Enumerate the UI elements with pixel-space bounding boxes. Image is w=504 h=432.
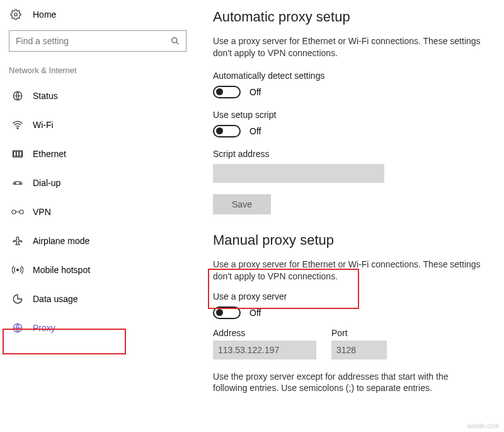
sidebar-item-label: Wi-Fi: [33, 120, 54, 130]
home-label: Home: [33, 9, 56, 20]
port-label: Port: [331, 328, 387, 338]
search-icon: [171, 37, 180, 45]
sidebar-item-label: Dial-up: [33, 178, 60, 188]
use-proxy-toggle[interactable]: [213, 306, 241, 319]
port-input[interactable]: [331, 341, 387, 359]
wifi-icon: [11, 119, 24, 131]
auto-heading: Automatic proxy setup: [213, 9, 498, 25]
manual-heading: Manual proxy setup: [213, 232, 498, 248]
manual-description: Use a proxy server for Ethernet or Wi-Fi…: [213, 259, 490, 283]
script-address-input[interactable]: [213, 164, 384, 183]
address-label: Address: [213, 328, 316, 338]
ethernet-icon: [11, 148, 24, 160]
sidebar-item-vpn[interactable]: VPN: [0, 197, 195, 226]
watermark: wsxdn.com: [467, 423, 499, 429]
detect-label: Automatically detect settings: [213, 71, 498, 81]
svg-rect-6: [14, 151, 16, 156]
proxy-icon: [11, 322, 24, 334]
svg-rect-8: [20, 151, 22, 156]
svg-point-12: [20, 210, 23, 214]
use-proxy-state: Off: [249, 308, 261, 318]
vpn-icon: [11, 206, 24, 218]
sidebar: Home Network & Internet Status Wi-Fi Eth…: [0, 0, 195, 432]
datausage-icon: [11, 293, 24, 305]
save-button[interactable]: Save: [213, 194, 271, 214]
use-proxy-label: Use a proxy server: [213, 291, 498, 301]
script-state: Off: [249, 126, 261, 136]
svg-point-1: [172, 38, 177, 43]
sidebar-item-datausage[interactable]: Data usage: [0, 284, 195, 313]
content-panel: Automatic proxy setup Use a proxy server…: [195, 0, 504, 432]
gear-icon: [10, 9, 21, 20]
sidebar-item-label: Status: [33, 91, 58, 101]
status-icon: [11, 90, 24, 102]
home-link[interactable]: Home: [0, 5, 195, 24]
airplane-icon: [11, 235, 24, 247]
auto-description: Use a proxy server for Ethernet or Wi-Fi…: [213, 35, 490, 59]
hotspot-icon: [11, 264, 24, 276]
sidebar-item-label: Proxy: [33, 323, 55, 333]
sidebar-item-wifi[interactable]: Wi-Fi: [0, 110, 195, 139]
sidebar-item-airplane[interactable]: Airplane mode: [0, 226, 195, 255]
svg-point-4: [17, 127, 18, 129]
svg-point-11: [12, 210, 16, 214]
search-input[interactable]: [16, 36, 171, 46]
category-label: Network & Internet: [9, 66, 186, 75]
search-input-container[interactable]: [9, 30, 186, 52]
script-address-label: Script address: [213, 149, 498, 159]
sidebar-item-label: Mobile hotspot: [33, 265, 90, 275]
detect-toggle[interactable]: [213, 86, 241, 98]
script-label: Use setup script: [213, 110, 498, 120]
sidebar-item-ethernet[interactable]: Ethernet: [0, 139, 195, 168]
sidebar-item-label: Data usage: [33, 294, 78, 304]
script-toggle[interactable]: [213, 125, 241, 137]
sidebar-item-proxy[interactable]: Proxy: [0, 313, 195, 342]
sidebar-item-label: Airplane mode: [33, 236, 89, 246]
sidebar-item-dialup[interactable]: Dial-up: [0, 168, 195, 197]
address-input[interactable]: [213, 341, 316, 359]
detect-state: Off: [249, 87, 261, 97]
svg-point-14: [17, 269, 19, 271]
sidebar-item-status[interactable]: Status: [0, 81, 195, 110]
sidebar-item-label: VPN: [33, 207, 51, 217]
svg-point-10: [20, 183, 21, 184]
svg-rect-7: [16, 151, 19, 156]
svg-point-0: [14, 13, 18, 16]
svg-point-9: [15, 183, 16, 184]
dialup-icon: [11, 177, 24, 189]
sidebar-item-hotspot[interactable]: Mobile hotspot: [0, 255, 195, 284]
sidebar-item-label: Ethernet: [33, 149, 66, 159]
svg-line-2: [176, 42, 179, 45]
exception-text: Use the proxy server except for addresse…: [213, 371, 459, 395]
